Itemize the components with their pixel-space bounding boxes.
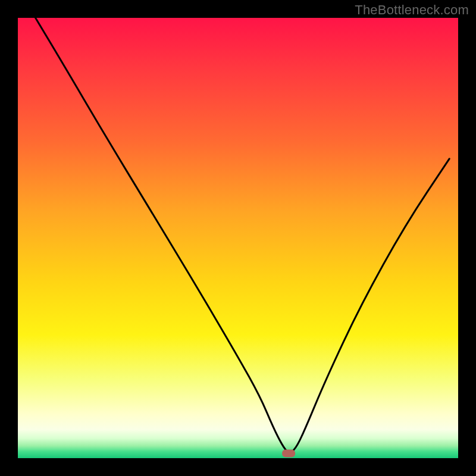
plot-background [18,18,458,458]
bottleneck-chart [0,0,476,476]
chart-stage: TheBottleneck.com [0,0,476,476]
watermark-text: TheBottleneck.com [355,2,469,18]
optimal-point-marker [282,450,295,458]
